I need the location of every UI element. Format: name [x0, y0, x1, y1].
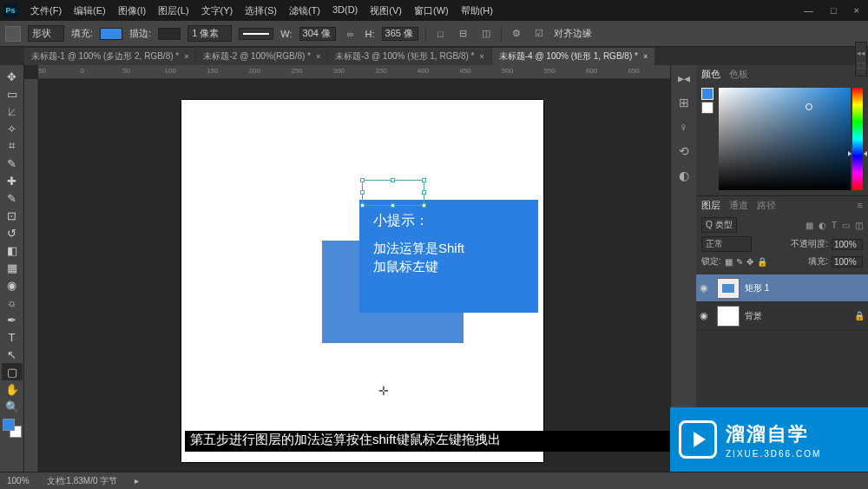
eraser-tool[interactable]: ◧: [2, 241, 23, 259]
path-combine-icon[interactable]: □: [433, 27, 449, 41]
stroke-style-dropdown[interactable]: [239, 28, 273, 40]
heal-tool[interactable]: ✚: [2, 172, 23, 189]
artboard[interactable]: 小提示： 加法运算是Shift 加鼠标左键 ✛ 第五步进行图层的加法运算按住sh…: [181, 100, 543, 462]
move-tool[interactable]: ✥: [2, 68, 23, 85]
zoom-level[interactable]: 100%: [7, 476, 30, 486]
menu-window[interactable]: 窗口(W): [408, 2, 455, 20]
eyedropper-tool[interactable]: ✎: [2, 155, 23, 172]
tab-layers[interactable]: 图层: [701, 199, 720, 212]
marquee-tool[interactable]: ▭: [2, 85, 23, 102]
path-align-icon[interactable]: ⊟: [456, 27, 471, 41]
vertical-ruler[interactable]: [24, 79, 38, 472]
align-edges-checkbox[interactable]: ☑: [531, 27, 547, 41]
stroke-width-input[interactable]: 1 像素: [187, 25, 232, 42]
visibility-toggle-icon[interactable]: ◉: [700, 282, 712, 294]
width-input[interactable]: [299, 27, 336, 41]
layer-row[interactable]: ◉ 背景 🔒: [696, 302, 868, 330]
doc-tab-3[interactable]: 未标题-3 @ 100% (矩形 1, RGB/8) *×: [328, 48, 490, 65]
tab-color[interactable]: 颜色: [701, 68, 720, 81]
gear-icon[interactable]: ⚙: [509, 27, 524, 41]
status-arrow-icon[interactable]: ▸: [135, 476, 139, 486]
wand-tool[interactable]: ✧: [2, 120, 23, 137]
tab-close-icon[interactable]: ×: [643, 52, 648, 61]
dock-icon-histogram[interactable]: ▸◂: [676, 70, 692, 86]
type-tool[interactable]: T: [2, 328, 23, 346]
menu-edit[interactable]: 编辑(E): [68, 2, 112, 20]
filter-adjust-icon[interactable]: ◐: [819, 221, 826, 230]
layer-name[interactable]: 矩形 1: [745, 282, 769, 294]
lock-pixels-icon[interactable]: ✎: [736, 257, 743, 267]
tab-close-icon[interactable]: ×: [184, 52, 188, 61]
layer-thumbnail[interactable]: [717, 306, 740, 327]
color-field[interactable]: [719, 88, 851, 190]
minimize-button[interactable]: —: [799, 3, 819, 17]
path-select-tool[interactable]: ↖: [2, 346, 23, 363]
color-swatches[interactable]: [3, 419, 22, 438]
transform-handle[interactable]: [422, 190, 426, 195]
brush-tool[interactable]: ✎: [2, 189, 23, 207]
layer-kind-filter[interactable]: Q 类型: [701, 217, 737, 233]
pen-tool[interactable]: ✒: [2, 311, 23, 328]
foreground-color-swatch[interactable]: [3, 419, 15, 431]
lock-transparency-icon[interactable]: ▦: [725, 257, 733, 267]
dock-icon-layers[interactable]: ⊞: [676, 95, 692, 110]
panel-collapse-handle[interactable]: ◂◂⬚: [855, 42, 867, 76]
transform-handle[interactable]: [422, 178, 426, 182]
blend-mode-dropdown[interactable]: 正常: [701, 236, 752, 252]
menu-filter[interactable]: 滤镜(T): [283, 2, 326, 20]
tab-close-icon[interactable]: ×: [479, 52, 483, 61]
menu-type[interactable]: 文字(Y): [195, 2, 240, 20]
canvas-viewport[interactable]: 小提示： 加法运算是Shift 加鼠标左键 ✛ 第五步进行图层的加法运算按住sh…: [38, 79, 670, 472]
close-button[interactable]: ×: [849, 3, 865, 17]
layer-thumbnail[interactable]: [717, 278, 740, 299]
gradient-tool[interactable]: ▦: [2, 259, 23, 276]
menu-image[interactable]: 图像(I): [112, 2, 152, 20]
active-tool-icon[interactable]: [5, 26, 21, 42]
fg-swatch[interactable]: [701, 88, 713, 100]
lock-position-icon[interactable]: ✥: [746, 257, 753, 267]
transform-handle[interactable]: [391, 203, 395, 208]
hue-slider[interactable]: [852, 88, 863, 190]
menu-layer[interactable]: 图层(L): [152, 2, 194, 20]
layer-row[interactable]: ◉ 矩形 1: [696, 274, 868, 302]
lasso-tool[interactable]: ⟀: [2, 102, 23, 120]
fill-swatch[interactable]: [100, 28, 122, 40]
crop-tool[interactable]: ⌗: [2, 137, 23, 155]
transform-handle[interactable]: [360, 190, 365, 195]
doc-tab-1[interactable]: 未标题-1 @ 100% (多边形 2, RGB/8) *×: [24, 48, 195, 65]
doc-tab-2[interactable]: 未标题-2 @ 100%(RGB/8) *×: [196, 48, 327, 65]
transform-handle[interactable]: [360, 178, 365, 182]
dock-icon-adjustments[interactable]: ◐: [676, 168, 692, 183]
menu-3d[interactable]: 3D(D): [326, 2, 364, 20]
tool-mode-dropdown[interactable]: 形状: [28, 25, 64, 42]
link-wh-icon[interactable]: ∞: [343, 27, 358, 41]
dock-icon-history[interactable]: ⟲: [676, 143, 692, 159]
color-field-cursor[interactable]: [806, 103, 812, 110]
lock-all-icon[interactable]: 🔒: [757, 257, 767, 267]
transform-bounding-box[interactable]: [362, 180, 424, 206]
hand-tool[interactable]: ✋: [2, 380, 23, 398]
filter-shape-icon[interactable]: ▭: [842, 221, 850, 230]
stamp-tool[interactable]: ⊡: [2, 207, 23, 224]
lock-icon[interactable]: 🔒: [854, 311, 865, 320]
transform-handle[interactable]: [422, 203, 426, 208]
tab-paths[interactable]: 路径: [757, 199, 776, 212]
document-info[interactable]: 文档:1.83M/0 字节: [47, 475, 118, 487]
blur-tool[interactable]: ◉: [2, 276, 23, 294]
fill-opacity-input[interactable]: 100%: [832, 256, 863, 268]
stroke-swatch[interactable]: [158, 28, 181, 40]
visibility-toggle-icon[interactable]: ◉: [700, 310, 712, 322]
history-brush-tool[interactable]: ↺: [2, 224, 23, 241]
menu-file[interactable]: 文件(F): [24, 2, 68, 20]
shape-tool[interactable]: ▢: [2, 363, 23, 380]
panel-menu-icon[interactable]: ≡: [858, 200, 863, 210]
menu-help[interactable]: 帮助(H): [455, 2, 499, 20]
layer-name[interactable]: 背景: [745, 310, 762, 322]
menu-select[interactable]: 选择(S): [239, 2, 283, 20]
transform-handle[interactable]: [360, 203, 365, 208]
tab-swatches[interactable]: 色板: [729, 68, 748, 81]
path-arrange-icon[interactable]: ◫: [478, 27, 494, 41]
dodge-tool[interactable]: ☼: [2, 294, 23, 311]
filter-pixel-icon[interactable]: ▦: [806, 221, 813, 230]
doc-tab-4[interactable]: 未标题-4 @ 100% (矩形 1, RGB/8) *×: [492, 48, 654, 65]
